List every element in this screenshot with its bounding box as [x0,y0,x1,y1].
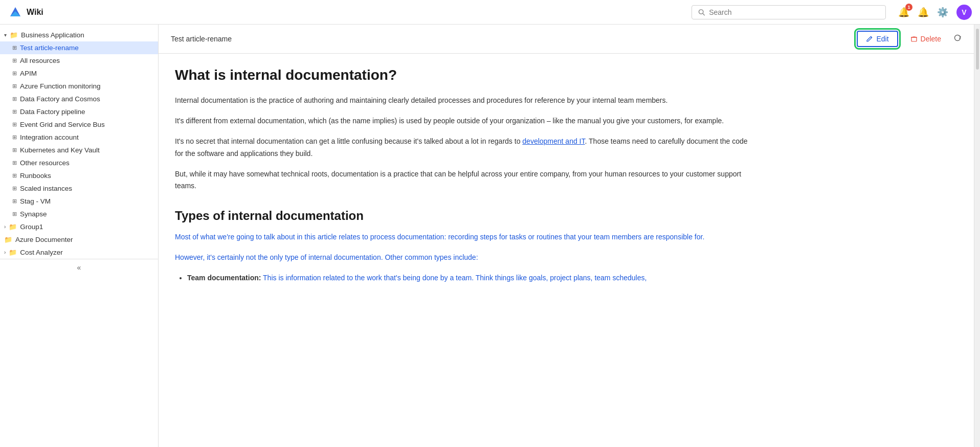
article-paragraph-1: Internal documentation is the practice o… [175,95,756,107]
sidebar-item-label: Azure Documenter [15,236,73,243]
article-paragraph-3: It's no secret that internal documentati… [175,136,756,160]
article-paragraph-2: It's different from external documentati… [175,115,756,127]
article-section2-paragraph-1: Most of what we're going to talk about i… [175,231,756,243]
sidebar-item-data-factory-cosmos[interactable]: ⊞ Data Factory and Cosmos [0,93,158,105]
notifications-bell-button[interactable]: 🔔 1 [898,7,909,18]
sidebar-item-all-resources[interactable]: ⊞ All resources [0,54,158,67]
sidebar-item-label: Cost Analyzer [20,249,62,256]
nav-icons: 🔔 1 🔔 ⚙️ V [898,5,972,20]
notification-badge: 1 [905,4,912,11]
article-body: What is internal documentation? Internal… [159,54,772,301]
sidebar-item-label: APIM [20,70,37,77]
top-nav: Wiki 🔔 1 🔔 ⚙️ V [0,0,980,25]
page-icon: ⊞ [12,96,17,102]
chevron-right-icon: › [4,224,6,230]
page-icon: ⊞ [12,134,17,141]
sidebar-item-label: All resources [20,57,60,64]
scrollbar[interactable] [974,25,980,447]
trash-icon [910,35,918,42]
page-icon: ⊞ [12,198,17,205]
user-avatar[interactable]: V [956,5,972,20]
list-item-term: Team documentation: [187,274,261,282]
sidebar-item-label: Other resources [20,159,70,167]
sidebar-item-label: Kubernetes and Key Vault [20,146,100,154]
sidebar-item-event-grid-service-bus[interactable]: ⊞ Event Grid and Service Bus [0,118,158,131]
sidebar-item-apim[interactable]: ⊞ APIM [0,67,158,80]
sidebar-item-cost-analyzer[interactable]: › 📁 Cost Analyzer [0,246,158,259]
sidebar-item-azure-documenter[interactable]: 📁 Azure Documenter [0,233,158,246]
svg-line-3 [703,13,704,15]
article-paragraph-4: But, while it may have somewhat technica… [175,168,756,193]
app-title: Wiki [27,8,43,17]
sidebar-item-label: Group1 [20,223,43,231]
page-icon: ⊞ [12,44,17,51]
logo-icon [8,5,23,19]
sidebar-item-label: Integration account [20,133,79,141]
chevron-right-icon: › [4,250,6,255]
sidebar-item-kubernetes-key-vault[interactable]: ⊞ Kubernetes and Key Vault [0,144,158,157]
page-icon: ⊞ [12,121,17,128]
header-actions: Edit Delete [857,31,962,47]
article-breadcrumb: Test article-rename [171,35,232,43]
refresh-icon [953,34,962,42]
folder-icon: 📁 [9,249,17,256]
sidebar-item-integration-account[interactable]: ⊞ Integration account [0,131,158,144]
page-icon: ⊞ [12,211,17,217]
settings-button[interactable]: ⚙️ [937,7,948,18]
page-icon: ⊞ [12,160,17,166]
folder-icon: 📁 [4,236,12,243]
sidebar-item-test-article-rename[interactable]: ⊞ Test article-rename [0,41,158,54]
sidebar-item-other-resources[interactable]: ⊞ Other resources [0,157,158,169]
collapse-icon: « [77,263,81,272]
sidebar-item-label: Synapse [20,210,47,218]
dev-it-link[interactable]: development and IT [522,137,585,145]
article-section2-title: Types of internal documentation [175,209,756,223]
page-icon: ⊞ [12,147,17,153]
article-section2-paragraph-2: However, it's certainly not the only typ… [175,252,756,264]
sidebar-item-label: Scaled instances [20,185,72,192]
sidebar-item-label: Data Factory pipeline [20,108,85,116]
sidebar-item-label: Stag - VM [20,197,51,205]
article-title: What is internal documentation? [175,66,756,84]
edit-icon [866,35,873,42]
sidebar-item-label: Data Factory and Cosmos [20,95,100,103]
sidebar-item-label: Test article-rename [20,44,79,52]
sidebar-item-scaled-instances[interactable]: ⊞ Scaled instances [0,182,158,195]
content-area: Test article-rename Edit Delete [159,25,974,447]
sidebar-item-label: Business Application [21,31,84,39]
logo-area: Wiki [8,5,43,19]
article-header: Test article-rename Edit Delete [159,25,974,54]
page-icon: ⊞ [12,57,17,64]
svg-rect-4 [911,37,917,41]
sidebar-item-azure-function-monitoring[interactable]: ⊞ Azure Function monitoring [0,80,158,93]
folder-icon: 📁 [9,223,17,231]
delete-button[interactable]: Delete [904,32,947,46]
search-input[interactable] [709,8,879,16]
list-item-text: This is information related to the work … [263,274,647,282]
sidebar-item-group1[interactable]: › 📁 Group1 [0,220,158,233]
sidebar-item-business-application[interactable]: ▾ 📁 Business Application [0,29,158,41]
sidebar-item-runbooks[interactable]: ⊞ Runbooks [0,169,158,182]
sidebar-item-stag-vm[interactable]: ⊞ Stag - VM [0,195,158,208]
refresh-button[interactable] [953,34,962,44]
sidebar-item-synapse[interactable]: ⊞ Synapse [0,208,158,220]
list-item-team-docs: Team documentation: This is information … [187,272,756,284]
sidebar-item-data-factory-pipeline[interactable]: ⊞ Data Factory pipeline [0,105,158,118]
edit-button[interactable]: Edit [857,31,898,47]
article-list: Team documentation: This is information … [187,272,756,284]
sidebar-collapse-button[interactable]: « [0,259,158,276]
sidebar: ▾ 📁 Business Application ⊞ Test article-… [0,25,159,447]
alert-button[interactable]: 🔔 [918,7,929,18]
delete-label: Delete [921,35,941,43]
main-layout: ▾ 📁 Business Application ⊞ Test article-… [0,25,980,447]
search-bar[interactable] [692,5,886,19]
folder-icon: 📁 [10,31,18,39]
page-icon: ⊞ [12,108,17,115]
sidebar-item-label: Azure Function monitoring [20,82,101,90]
edit-label: Edit [876,35,888,43]
sidebar-item-label: Event Grid and Service Bus [20,121,105,128]
chevron-down-icon: ▾ [4,32,7,38]
page-icon: ⊞ [12,83,17,90]
page-icon: ⊞ [12,185,17,192]
sidebar-item-label: Runbooks [20,172,51,180]
